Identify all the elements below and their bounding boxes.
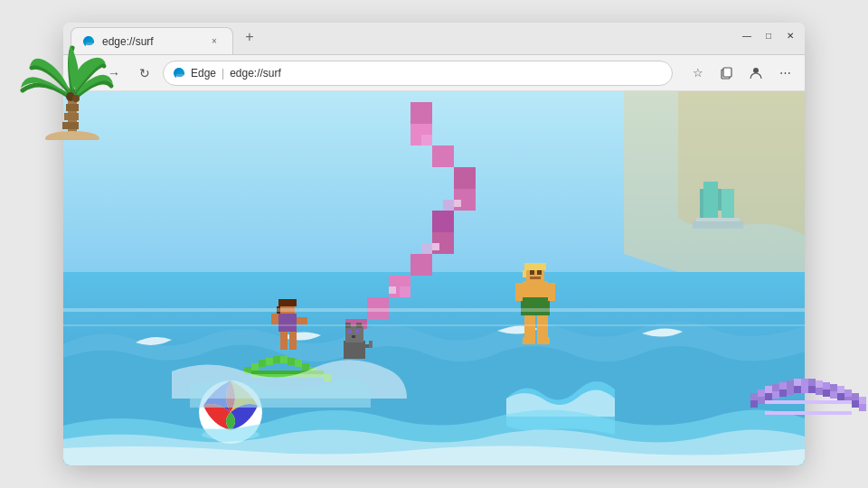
tab-close-button[interactable]: ×: [207, 34, 222, 49]
svg-rect-65: [389, 286, 396, 294]
svg-rect-105: [537, 270, 542, 275]
svg-rect-33: [823, 389, 830, 397]
svg-rect-93: [345, 326, 363, 343]
svg-rect-39: [765, 400, 852, 404]
svg-rect-104: [530, 270, 534, 275]
browser-window: edge://surf × + — □ ✕ ← → ↻: [63, 23, 805, 465]
svg-rect-114: [537, 337, 550, 344]
svg-rect-72: [259, 360, 266, 367]
close-button[interactable]: ✕: [783, 28, 797, 42]
svg-rect-110: [548, 283, 555, 301]
svg-rect-62: [443, 200, 454, 211]
svg-rect-98: [352, 335, 355, 338]
minimize-button[interactable]: —: [740, 28, 754, 42]
profile-button[interactable]: [743, 61, 769, 86]
surf-scene: [63, 91, 805, 465]
svg-rect-74: [273, 356, 280, 363]
svg-rect-85: [278, 299, 297, 306]
svg-rect-119: [718, 189, 722, 211]
window-controls: — □ ✕: [740, 28, 797, 42]
svg-rect-13: [794, 379, 801, 386]
svg-rect-7: [750, 393, 758, 400]
svg-rect-25: [765, 393, 772, 400]
svg-rect-38: [859, 404, 866, 411]
svg-rect-34: [830, 391, 837, 399]
svg-rect-112: [537, 315, 548, 341]
svg-rect-75: [280, 356, 288, 363]
svg-rect-89: [297, 317, 307, 324]
svg-rect-111: [524, 315, 535, 341]
address-url-label: edge://surf: [230, 67, 281, 80]
svg-rect-102: [524, 263, 546, 270]
svg-rect-15: [808, 379, 816, 386]
svg-rect-58: [410, 102, 432, 124]
svg-rect-118: [700, 189, 703, 218]
new-tab-button[interactable]: +: [237, 24, 262, 50]
svg-rect-11: [779, 382, 787, 389]
svg-rect-53: [432, 211, 454, 232]
svg-rect-40: [765, 411, 852, 415]
svg-rect-28: [787, 388, 794, 395]
svg-rect-19: [837, 386, 844, 393]
svg-rect-122: [63, 324, 805, 326]
svg-rect-71: [251, 363, 259, 371]
address-bar: ← → ↻ Edge: [63, 55, 805, 91]
svg-rect-20: [844, 389, 852, 397]
svg-rect-51: [410, 254, 432, 276]
svg-rect-117: [703, 182, 718, 218]
svg-rect-18: [830, 384, 837, 391]
address-brand-label: Edge: [191, 67, 216, 80]
svg-rect-113: [523, 337, 535, 344]
svg-rect-88: [271, 314, 278, 324]
svg-rect-103: [523, 270, 526, 277]
svg-rect-37: [852, 400, 859, 408]
svg-rect-26: [772, 391, 779, 399]
svg-rect-3: [62, 122, 79, 129]
palm-tree-decoration: [14, 41, 122, 140]
svg-rect-96: [348, 330, 352, 333]
svg-rect-24: [758, 397, 765, 404]
svg-rect-21: [852, 393, 859, 400]
svg-rect-31: [808, 386, 816, 393]
svg-rect-35: [837, 393, 844, 400]
svg-rect-106: [530, 277, 541, 279]
svg-rect-109: [515, 283, 523, 301]
svg-rect-63: [421, 135, 432, 145]
svg-rect-87: [278, 314, 297, 332]
edge-logo-icon: [173, 67, 185, 80]
more-button[interactable]: ⋯: [772, 61, 797, 86]
svg-rect-10: [772, 384, 779, 391]
content-area: [63, 91, 805, 465]
svg-rect-17: [823, 382, 830, 389]
svg-rect-27: [779, 389, 787, 397]
svg-rect-30: [801, 386, 808, 393]
svg-rect-73: [266, 358, 273, 365]
maximize-button[interactable]: □: [761, 28, 776, 42]
svg-rect-100: [369, 341, 373, 348]
svg-rect-92: [344, 341, 365, 359]
svg-rect-29: [794, 386, 801, 393]
svg-rect-1: [66, 104, 79, 111]
svg-rect-2: [64, 113, 79, 120]
svg-rect-120: [722, 189, 734, 218]
browser-wrapper: edge://surf × + — □ ✕ ← → ↻: [63, 23, 805, 465]
svg-rect-22: [859, 397, 866, 404]
collections-button[interactable]: [714, 61, 740, 86]
svg-rect-42: [723, 68, 731, 77]
svg-rect-23: [750, 400, 758, 408]
address-input[interactable]: Edge | edge://surf: [163, 61, 673, 86]
svg-rect-78: [302, 363, 309, 371]
svg-rect-116: [693, 221, 743, 229]
svg-rect-91: [289, 332, 297, 350]
svg-rect-55: [454, 167, 476, 189]
favorites-button[interactable]: ☆: [685, 61, 711, 86]
svg-rect-8: [758, 389, 765, 397]
svg-rect-14: [801, 379, 808, 386]
svg-rect-61: [421, 243, 432, 254]
refresh-button[interactable]: ↻: [132, 61, 157, 86]
surfboard-decoration: [750, 375, 868, 447]
svg-rect-66: [432, 243, 439, 250]
address-bar-icons: ☆ ⋯: [685, 61, 797, 86]
address-divider: |: [222, 67, 224, 80]
svg-rect-9: [765, 386, 772, 393]
